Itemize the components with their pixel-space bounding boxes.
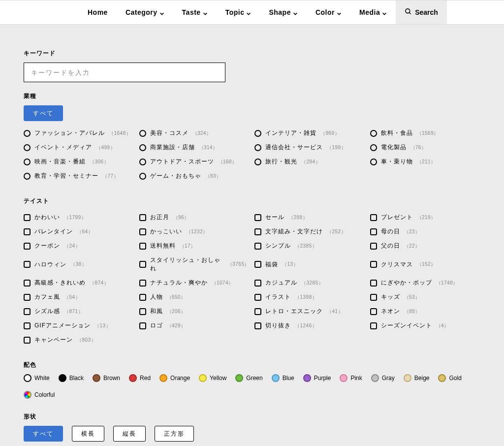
taste-option[interactable]: にぎやか・ポップ（1748） — [370, 276, 481, 290]
taste-option[interactable]: キッズ（53） — [370, 290, 481, 304]
nav-category[interactable]: Category — [117, 0, 173, 24]
industry-option[interactable]: アウトドア・スポーツ（168） — [139, 155, 250, 169]
keyword-input[interactable] — [24, 63, 225, 82]
taste-option[interactable]: シーズンイベント（4） — [370, 319, 481, 333]
color-label: Yellow — [210, 375, 226, 382]
nav-search[interactable]: Search — [396, 0, 447, 24]
taste-option[interactable]: スタイリッシュ・おしゃれ（3765） — [139, 253, 250, 276]
option-count: （650） — [167, 294, 186, 301]
option-count: （499） — [96, 144, 115, 151]
nav-media[interactable]: Media — [350, 0, 396, 24]
industry-all-btn[interactable]: すべて — [24, 105, 63, 121]
taste-option[interactable]: 福袋（13） — [254, 253, 365, 276]
option-label: 父の日 — [381, 242, 400, 250]
color-beige[interactable]: Beige — [404, 374, 430, 382]
nav-taste[interactable]: Taste — [173, 0, 217, 24]
taste-option[interactable]: ネオン（88） — [370, 304, 481, 319]
option-label: ファッション・アパレル — [34, 129, 105, 137]
taste-option[interactable]: 和風（206） — [139, 304, 250, 319]
color-blue[interactable]: Blue — [272, 374, 294, 382]
taste-option[interactable]: 送料無料（17） — [139, 239, 250, 253]
taste-option[interactable]: 母の日（23） — [370, 224, 481, 239]
taste-option[interactable]: 父の日（22） — [370, 239, 481, 253]
color-brown[interactable]: Brown — [93, 374, 120, 382]
taste-option[interactable]: キャンペーン（803） — [24, 333, 134, 347]
checkbox-icon — [370, 214, 377, 221]
industry-option[interactable]: 電化製品（76） — [370, 140, 481, 155]
industry-option[interactable]: 旅行・観光（284） — [254, 155, 365, 169]
taste-option[interactable]: かわいい（1799） — [24, 210, 134, 224]
taste-option[interactable]: 人物（650） — [139, 290, 250, 304]
taste-option[interactable]: カフェ風（54） — [24, 290, 134, 304]
industry-option[interactable]: 美容・コスメ（324） — [139, 126, 250, 140]
color-pink[interactable]: Pink — [340, 374, 362, 382]
taste-option[interactable]: レトロ・エスニック（41） — [254, 304, 365, 319]
taste-option[interactable]: ナチュラル・爽やか（1074） — [139, 276, 250, 290]
checkbox-icon — [139, 322, 146, 329]
color-white[interactable]: White — [24, 374, 50, 382]
radio-icon — [254, 144, 261, 151]
nav-topic[interactable]: Topic — [217, 0, 260, 24]
taste-option[interactable]: 文字組み・文字だけ（252） — [254, 224, 365, 239]
shape-縦長[interactable]: 縦長 — [113, 426, 146, 442]
color-green[interactable]: Green — [235, 374, 262, 382]
taste-option[interactable]: 切り抜き（1246） — [254, 319, 365, 333]
chevron-down-icon — [159, 10, 164, 15]
option-label: 切り抜き — [265, 321, 291, 330]
industry-option[interactable]: イベント・メディア（499） — [24, 140, 134, 155]
option-count: （324） — [192, 130, 212, 137]
taste-option[interactable]: かっこいい（1232） — [139, 224, 250, 239]
taste-option[interactable]: ハロウィン（38） — [24, 253, 134, 276]
option-label: レトロ・エスニック — [265, 307, 323, 316]
color-red[interactable]: Red — [129, 374, 151, 382]
color-label: Blue — [283, 375, 294, 382]
taste-option[interactable]: イラスト（1398） — [254, 290, 365, 304]
color-yellow[interactable]: Yellow — [199, 374, 226, 382]
chevron-down-icon — [246, 10, 251, 15]
industry-option[interactable]: 教育・学習・セミナー（77） — [24, 169, 134, 183]
option-count: （168） — [218, 159, 237, 165]
industry-option[interactable]: ゲーム・おもちゃ（83） — [139, 169, 250, 183]
taste-option[interactable]: シンプル（2385） — [254, 239, 365, 253]
industry-option[interactable]: 映画・音楽・番組（306） — [24, 155, 134, 169]
checkbox-icon — [370, 243, 377, 250]
taste-option[interactable]: カジュアル（3285） — [254, 276, 365, 290]
color-black[interactable]: Black — [59, 374, 84, 382]
shape-横長[interactable]: 横長 — [72, 426, 104, 442]
nav-home[interactable]: Home — [79, 0, 117, 24]
taste-option[interactable]: ロゴ（429） — [139, 319, 250, 333]
radio-icon — [24, 173, 31, 180]
taste-option[interactable]: シズル感（871） — [24, 304, 134, 319]
option-count: （96） — [173, 214, 189, 221]
industry-option[interactable]: ファッション・アパレル（1648） — [24, 126, 134, 140]
taste-option[interactable]: セール（288） — [254, 210, 365, 224]
color-label: Gold — [449, 375, 461, 382]
option-count: （969） — [320, 130, 340, 137]
color-gray[interactable]: Gray — [371, 374, 395, 382]
checkbox-icon — [24, 337, 31, 344]
industry-option[interactable]: 飲料・食品（1569） — [370, 126, 481, 140]
color-colorful[interactable]: Colorful — [24, 391, 55, 399]
color-purple[interactable]: Purple — [303, 374, 331, 382]
taste-option[interactable]: プレゼント（219） — [370, 210, 481, 224]
taste-option[interactable]: クリスマス（152） — [370, 253, 481, 276]
nav-shape[interactable]: Shape — [260, 0, 307, 24]
taste-option[interactable]: 高級感・きれいめ（874） — [24, 276, 134, 290]
industry-option[interactable]: 商業施設・店舗（314） — [139, 140, 250, 155]
shape-すべて[interactable]: すべて — [24, 426, 63, 442]
taste-option[interactable]: お正月（96） — [139, 210, 250, 224]
color-gold[interactable]: Gold — [438, 374, 461, 382]
search-icon — [405, 8, 412, 17]
color-orange[interactable]: Orange — [159, 374, 190, 382]
shape-正方形[interactable]: 正方形 — [155, 426, 194, 442]
taste-option[interactable]: クーポン（24） — [24, 239, 134, 253]
option-label: 車・乗り物 — [381, 158, 413, 166]
industry-option[interactable]: 通信会社・サービス（199） — [254, 140, 365, 155]
taste-option[interactable]: バレンタイン（64） — [24, 224, 134, 239]
taste-option[interactable]: GIFアニメーション（13） — [24, 319, 134, 333]
industry-option[interactable]: インテリア・雑貨（969） — [254, 126, 365, 140]
option-count: （803） — [77, 337, 96, 344]
option-label: クーポン — [34, 242, 60, 250]
nav-color[interactable]: Color — [307, 0, 350, 24]
industry-option[interactable]: 車・乗り物（211） — [370, 155, 481, 169]
